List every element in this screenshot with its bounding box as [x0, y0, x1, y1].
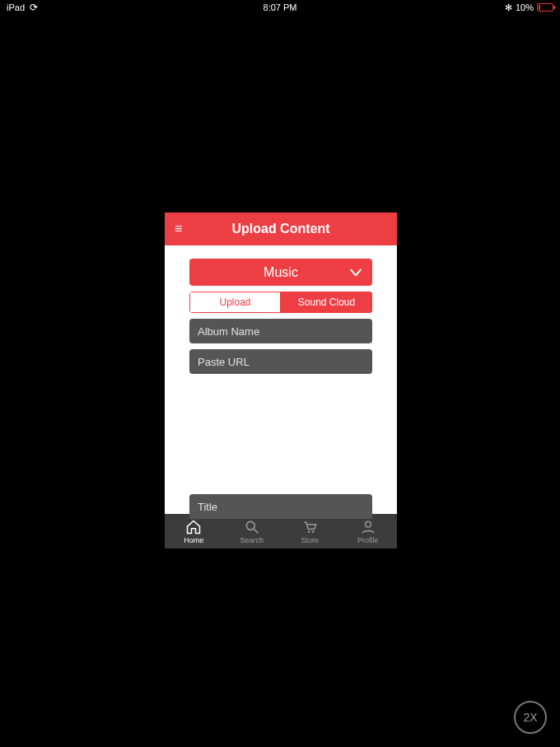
svg-line-1: [254, 529, 258, 533]
search-icon: [244, 519, 260, 535]
tab-search[interactable]: Search: [223, 514, 282, 549]
segment-soundcloud[interactable]: Sound Cloud: [281, 292, 372, 313]
device-label: iPad: [7, 2, 25, 12]
app-header: ≡ Upload Content: [165, 212, 397, 245]
content-area: Music Upload Sound Cloud: [165, 245, 397, 514]
tab-profile[interactable]: Profile: [339, 514, 398, 549]
tab-home-label: Home: [184, 536, 203, 544]
svg-point-2: [308, 530, 310, 533]
segment-soundcloud-label: Sound Cloud: [298, 296, 355, 308]
tab-search-label: Search: [240, 536, 264, 544]
segment-upload-label: Upload: [219, 296, 250, 308]
status-bar: iPad ⟳ 8:07 PM ✻ 10%: [0, 0, 560, 15]
page-title: Upload Content: [231, 222, 329, 236]
svg-point-0: [246, 521, 254, 530]
zoom-label: 2X: [523, 711, 537, 724]
tab-store[interactable]: Store: [281, 514, 339, 549]
tab-profile-label: Profile: [357, 536, 379, 544]
paste-url-field[interactable]: [189, 349, 372, 374]
profile-icon: [360, 519, 376, 535]
app-window: ≡ Upload Content Music Upload Sound Clou…: [165, 212, 397, 549]
clock: 8:07 PM: [264, 2, 297, 12]
sync-icon: ⟳: [30, 2, 38, 13]
chevron-down-icon: [348, 264, 364, 281]
home-icon: [185, 519, 202, 535]
svg-point-4: [365, 521, 371, 527]
category-dropdown[interactable]: Music: [189, 259, 372, 286]
bluetooth-icon: ✻: [505, 2, 512, 13]
title-field[interactable]: [189, 494, 372, 519]
menu-icon[interactable]: ≡: [165, 222, 192, 236]
album-name-field[interactable]: [189, 319, 372, 343]
battery-icon: [537, 3, 553, 12]
tab-home[interactable]: Home: [165, 514, 223, 549]
zoom-badge[interactable]: 2X: [514, 701, 547, 734]
tab-bar: Home Search Store Profile: [165, 514, 397, 549]
svg-point-3: [312, 530, 315, 533]
cart-icon: [301, 519, 318, 535]
upload-source-segmented: Upload Sound Cloud: [189, 292, 372, 313]
dropdown-selected: Music: [264, 265, 298, 280]
segment-upload[interactable]: Upload: [189, 292, 281, 313]
battery-percent: 10%: [516, 2, 534, 12]
tab-store-label: Store: [301, 536, 319, 544]
